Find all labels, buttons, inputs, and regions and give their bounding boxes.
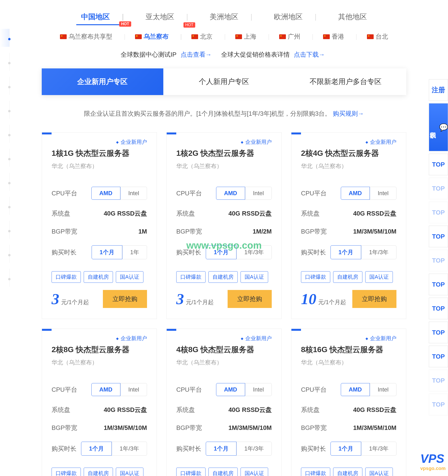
spec-value-disk: 40G RSSD云盘	[228, 209, 272, 218]
cpu-option-intel[interactable]: Intel	[120, 383, 147, 396]
city-tab-4[interactable]: 广州|	[279, 32, 313, 41]
cpu-option-intel[interactable]: Intel	[120, 187, 147, 200]
nav-dot[interactable]	[0, 197, 10, 215]
region-tab-3[interactable]: 欧洲地区|	[269, 10, 321, 25]
spec-label-disk: 系统盘	[301, 209, 320, 218]
nav-dot[interactable]	[0, 221, 10, 239]
tag: 国A认证	[241, 468, 268, 476]
nav-dot[interactable]	[0, 77, 10, 95]
top-button[interactable]: TOP	[429, 226, 448, 247]
duration-option-1[interactable]: 1年/3年	[361, 245, 396, 259]
nav-dot[interactable]	[0, 29, 10, 47]
region-tab-0[interactable]: 中国地区HOT|	[76, 10, 129, 25]
cpu-option-intel[interactable]: Intel	[245, 187, 272, 200]
duration-option-0[interactable]: 1个月	[206, 442, 236, 456]
duration-option-0[interactable]: 1个月	[330, 245, 361, 259]
city-tab-5[interactable]: 香港|	[323, 32, 357, 41]
duration-option-1[interactable]: 1年	[122, 245, 147, 259]
cpu-option-amd[interactable]: AMD	[216, 187, 245, 200]
tag: 国A认证	[365, 468, 393, 476]
region-tab-4[interactable]: 其他地区	[333, 10, 372, 25]
cpu-option-intel[interactable]: Intel	[370, 383, 396, 396]
top-button[interactable]: TOP	[429, 274, 448, 295]
info-link-view[interactable]: 点击查看→	[181, 51, 212, 58]
spec-value-bgp: 1M/3M/5M/10M	[353, 424, 396, 432]
user-badge: 企业新用户	[365, 139, 396, 146]
city-tab-6[interactable]: 台北	[367, 32, 388, 41]
cpu-option-amd[interactable]: AMD	[341, 187, 370, 200]
user-badge: 企业新用户	[365, 335, 396, 342]
duration-option-0[interactable]: 1个月	[330, 442, 361, 456]
top-button[interactable]: TOP	[429, 202, 448, 223]
nav-dot[interactable]	[0, 125, 10, 143]
user-tab-2[interactable]: 不限新老用户多台专区	[285, 68, 406, 95]
rules-link[interactable]: 购买规则→	[333, 110, 364, 117]
nav-dot[interactable]	[0, 173, 10, 191]
duration-option-1[interactable]: 1年/3年	[236, 442, 272, 456]
cpu-option-amd[interactable]: AMD	[91, 383, 120, 396]
tag: 自建机房	[333, 468, 362, 476]
user-tab-0[interactable]: 企业新用户专区	[42, 68, 163, 95]
top-button[interactable]: TOP	[429, 322, 448, 343]
top-button[interactable]: TOP	[429, 178, 448, 199]
register-button[interactable]: 注册	[429, 79, 448, 101]
nav-dot[interactable]	[0, 269, 10, 287]
user-badge: 企业新用户	[116, 139, 147, 146]
top-button[interactable]: TOP	[429, 154, 448, 175]
card-title: 1核1G 快杰型云服务器	[52, 148, 147, 159]
duration-option-0[interactable]: 1个月	[81, 442, 112, 456]
spec-label-duration: 购买时长	[176, 445, 201, 453]
top-button[interactable]: TOP	[429, 346, 448, 367]
spec-value-bgp: 1M/3M/5M/10M	[353, 228, 396, 235]
city-tab-2[interactable]: 北京|	[191, 32, 226, 41]
top-button[interactable]: TOP	[429, 250, 448, 271]
spec-value-bgp: 1M	[138, 228, 147, 235]
region-tab-2[interactable]: 美洲地区|	[205, 10, 257, 25]
nav-dot[interactable]	[0, 245, 10, 263]
city-tab-3[interactable]: 上海|	[235, 32, 270, 41]
duration-option-1[interactable]: 1年/3年	[236, 245, 272, 259]
city-tabs: 乌兰察布共享型|乌兰察布|北京|上海|广州|香港|台北	[42, 32, 406, 41]
cpu-option-amd[interactable]: AMD	[341, 383, 370, 396]
duration-option-0[interactable]: 1个月	[92, 245, 122, 259]
tag: 自建机房	[208, 271, 238, 283]
nav-dot[interactable]	[0, 149, 10, 167]
side-float: 注册 💬 联系我们 TOP TOP TOP TOP TOP TOP TOP TO…	[429, 79, 448, 415]
cpu-option-intel[interactable]: Intel	[370, 187, 396, 200]
top-button[interactable]: TOP	[429, 394, 448, 415]
top-button[interactable]: TOP	[429, 298, 448, 319]
card-subtitle: 华北（乌兰察布）	[301, 359, 396, 366]
price-unit: 元/1个月起	[318, 298, 346, 306]
cpu-option-amd[interactable]: AMD	[91, 187, 120, 200]
contact-button[interactable]: 💬 联系我们	[429, 103, 448, 151]
nav-dot[interactable]	[0, 101, 10, 119]
tags: 口碑爆款自建机房国A认证	[301, 468, 396, 476]
cpu-option-amd[interactable]: AMD	[216, 383, 245, 396]
spec-label-cpu: CPU平台	[301, 386, 327, 394]
spec-label-bgp: BGP带宽	[176, 227, 202, 236]
spec-label-bgp: BGP带宽	[176, 424, 202, 432]
cpu-option-intel[interactable]: Intel	[245, 383, 272, 396]
duration-selector: 1个月1年	[92, 245, 147, 259]
region-tab-1[interactable]: 亚太地区HOT|	[141, 10, 193, 25]
user-tab-1[interactable]: 个人新用户专区	[163, 68, 285, 95]
duration-option-0[interactable]: 1个月	[206, 245, 236, 259]
duration-option-1[interactable]: 1年/3年	[361, 442, 396, 456]
buy-button[interactable]: 立即抢购	[352, 290, 396, 308]
nav-dot[interactable]	[0, 53, 10, 71]
info-link-download[interactable]: 点击下载→	[294, 51, 325, 58]
price-number: 3	[52, 290, 59, 308]
card-title: 1核2G 快杰型云服务器	[176, 148, 272, 159]
city-tab-0[interactable]: 乌兰察布共享型|	[60, 32, 125, 41]
duration-option-1[interactable]: 1年/3年	[112, 442, 147, 456]
tag: 国A认证	[116, 468, 143, 476]
buy-button[interactable]: 立即抢购	[228, 290, 272, 308]
flag-icon	[191, 34, 198, 39]
top-button[interactable]: TOP	[429, 370, 448, 391]
spec-label-bgp: BGP带宽	[301, 227, 327, 236]
buy-button[interactable]: 立即抢购	[103, 290, 147, 308]
spec-label-cpu: CPU平台	[176, 386, 202, 394]
city-tab-1[interactable]: 乌兰察布|	[135, 32, 182, 41]
chat-icon: 💬	[439, 123, 448, 132]
tag: 自建机房	[84, 468, 113, 476]
